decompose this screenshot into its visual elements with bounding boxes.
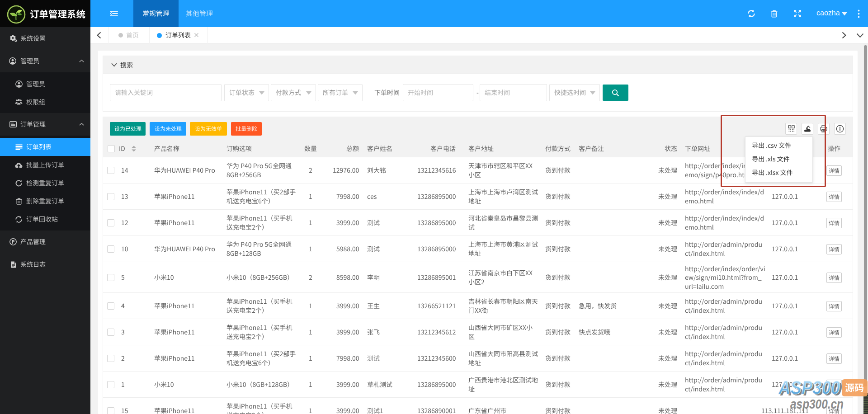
svg-text:ASP300: ASP300	[778, 377, 840, 398]
svg-text:asp300.cn: asp300.cn	[790, 397, 844, 411]
